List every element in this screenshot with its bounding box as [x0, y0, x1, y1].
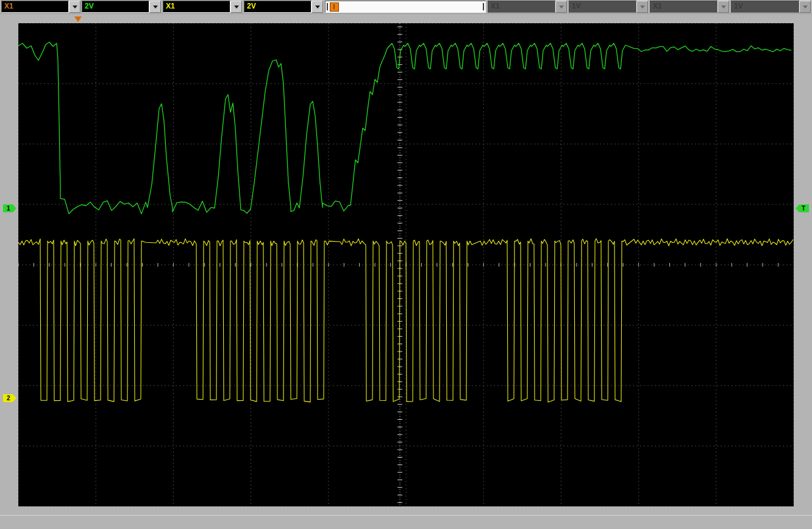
- ch2-volts-div-select[interactable]: 2V: [244, 1, 323, 13]
- scope-screen: [18, 23, 794, 506]
- ch1-probe-value: X1: [1, 1, 69, 13]
- ch4-probe-dropdown-button: [718, 1, 729, 13]
- bottom-toolbar: 20 uS 50MS/s Min: [0, 515, 812, 529]
- ch4-probe-value: X1: [650, 1, 718, 13]
- ch4-volts-div-select: 1V: [731, 1, 811, 13]
- chevron-down-icon: [153, 5, 158, 9]
- ch1-marker-label: 1: [7, 205, 10, 212]
- trigger-level-thumb[interactable]: [330, 2, 339, 12]
- trigger-marker-label: T: [802, 205, 805, 212]
- ch1-ground-marker[interactable]: 1: [3, 204, 16, 212]
- ch1-probe-dropdown-button[interactable]: [69, 1, 80, 13]
- slider-right-bound: [483, 3, 484, 10]
- ch4-volts-dropdown-button: [799, 1, 811, 13]
- scope-display-svg: [18, 23, 794, 506]
- ch4-probe-select: X1: [650, 1, 729, 13]
- ch3-probe-dropdown-button: [555, 1, 567, 13]
- ch3-volts-div-value: 1V: [569, 1, 636, 13]
- ch1-probe-select[interactable]: X1: [1, 1, 80, 13]
- top-toolbar: X1 2V X1 2V X1: [0, 0, 812, 14]
- trigger-level-marker[interactable]: T: [796, 204, 809, 212]
- chevron-down-icon: [559, 5, 564, 9]
- oscilloscope-app: X1 2V X1 2V X1: [0, 0, 812, 529]
- chevron-down-icon: [234, 5, 239, 9]
- ch4-volts-div-value: 1V: [731, 1, 799, 13]
- ch2-probe-value: X1: [163, 1, 230, 13]
- ch1-volts-div-value: 2V: [82, 1, 149, 13]
- ch2-volts-div-value: 2V: [244, 1, 312, 13]
- chevron-down-icon: [73, 5, 77, 9]
- ch1-volts-dropdown-button[interactable]: [149, 1, 161, 13]
- ch1-volts-div-select[interactable]: 2V: [82, 1, 161, 13]
- chevron-down-icon: [803, 5, 808, 9]
- trigger-level-slider[interactable]: [325, 1, 486, 13]
- ch2-ground-marker[interactable]: 2: [3, 394, 16, 402]
- ch1-trace: [18, 42, 791, 214]
- ch2-marker-label: 2: [7, 395, 10, 401]
- ch2-volts-dropdown-button[interactable]: [312, 1, 323, 13]
- chevron-down-icon: [721, 5, 726, 9]
- ch3-probe-value: X1: [488, 1, 555, 13]
- ch3-volts-dropdown-button: [636, 1, 648, 13]
- ch2-probe-select[interactable]: X1: [163, 1, 242, 13]
- trigger-position-marker[interactable]: [74, 16, 82, 22]
- chevron-down-icon: [315, 5, 320, 9]
- ch3-volts-div-select: 1V: [569, 1, 648, 13]
- ch2-probe-dropdown-button[interactable]: [230, 1, 242, 13]
- ch3-probe-select: X1: [488, 1, 567, 13]
- slider-left-bound: [327, 3, 328, 10]
- chevron-down-icon: [640, 5, 645, 9]
